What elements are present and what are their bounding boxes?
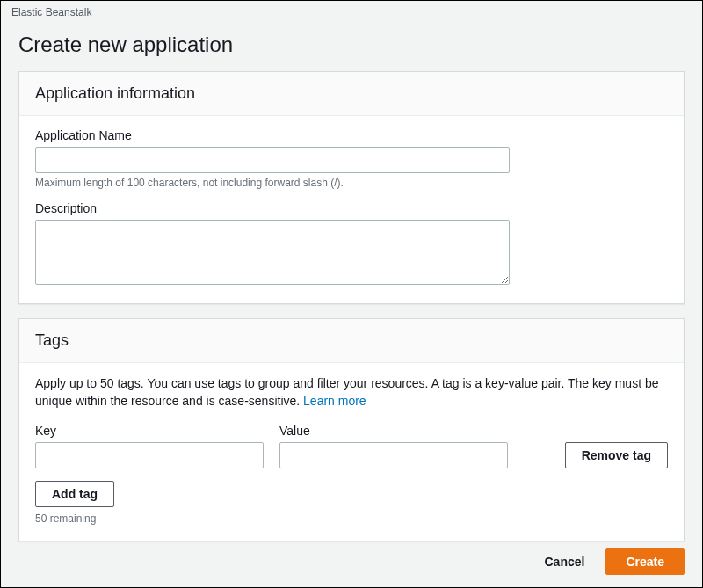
create-button[interactable]: Create — [605, 548, 685, 575]
tags-description: Apply up to 50 tags. You can use tags to… — [35, 375, 668, 410]
panel-header-tags: Tags — [19, 319, 684, 363]
panel-body-tags: Apply up to 50 tags. You can use tags to… — [19, 363, 684, 541]
tag-key-input[interactable] — [35, 442, 264, 468]
footer-actions: Cancel Create — [535, 548, 685, 575]
tag-row: Key Value Remove tag — [35, 424, 668, 468]
app-frame: Elastic Beanstalk Create new application… — [0, 0, 703, 588]
cancel-button[interactable]: Cancel — [535, 549, 593, 574]
page-title: Create new application — [18, 33, 685, 57]
panel-header-app-info: Application information — [19, 72, 684, 116]
add-tag-button[interactable]: Add tag — [35, 481, 114, 507]
panel-body-app-info: Application Name Maximum length of 100 c… — [19, 116, 684, 303]
panel-tags: Tags Apply up to 50 tags. You can use ta… — [18, 318, 685, 541]
description-label: Description — [35, 201, 668, 215]
panel-app-info: Application information Application Name… — [18, 71, 685, 304]
application-name-input[interactable] — [35, 147, 510, 173]
tag-remove-col: Remove tag — [565, 442, 668, 468]
description-textarea[interactable] — [35, 220, 510, 285]
breadcrumb-root[interactable]: Elastic Beanstalk — [11, 6, 91, 18]
application-name-label: Application Name — [35, 128, 668, 142]
tag-key-label: Key — [35, 424, 264, 438]
tag-value-input[interactable] — [279, 442, 508, 468]
tags-remaining: 50 remaining — [35, 512, 668, 525]
breadcrumb: Elastic Beanstalk — [1, 1, 702, 22]
learn-more-link[interactable]: Learn more — [303, 394, 366, 408]
main-content: Create new application Application infor… — [1, 22, 702, 541]
field-application-name: Application Name Maximum length of 100 c… — [35, 128, 668, 189]
tag-key-col: Key — [35, 424, 264, 468]
tag-value-label: Value — [279, 424, 508, 438]
remove-tag-button[interactable]: Remove tag — [565, 442, 668, 468]
application-name-hint: Maximum length of 100 characters, not in… — [35, 177, 668, 189]
field-description: Description — [35, 201, 668, 287]
tag-value-col: Value — [279, 424, 508, 468]
add-tag-row: Add tag 50 remaining — [35, 481, 668, 525]
